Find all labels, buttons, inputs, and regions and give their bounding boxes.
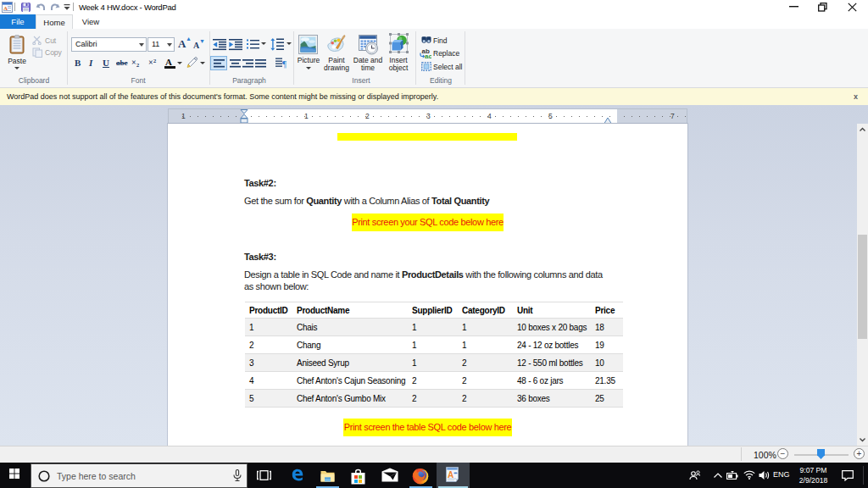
svg-text:A: A bbox=[448, 470, 453, 480]
svg-text:ac: ac bbox=[425, 53, 431, 58]
svg-text:¶: ¶ bbox=[282, 58, 287, 69]
